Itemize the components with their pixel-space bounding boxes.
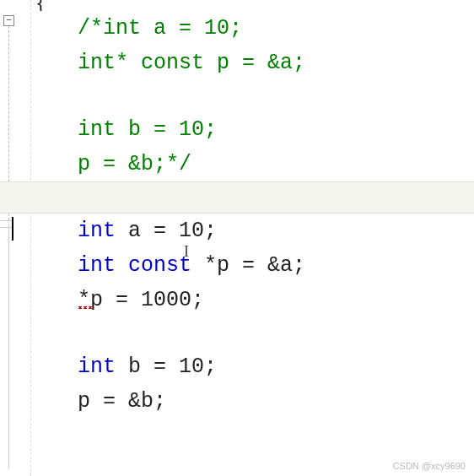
watermark: CSDN @xcy9690 <box>393 461 466 471</box>
error-squiggle: * <box>78 288 90 312</box>
code-text: b = 10; <box>116 354 217 379</box>
active-code-line[interactable] <box>0 181 474 214</box>
code-line[interactable] <box>0 80 474 112</box>
code-area[interactable]: { /*int a = 10; int* const p = &a; int b… <box>0 0 474 419</box>
code-line[interactable]: int b = 10; <box>0 112 474 147</box>
text-caret <box>12 217 13 241</box>
code-line[interactable]: int* const p = &a; <box>0 46 474 80</box>
code-line[interactable]: int const *p = &a; <box>0 248 474 283</box>
keyword: int <box>78 354 116 379</box>
code-line[interactable]: /*int a = 10; <box>0 11 474 46</box>
brace-char: { <box>35 0 46 11</box>
code-line[interactable]: p = &b;*/ <box>0 147 474 181</box>
keyword: const <box>116 253 191 278</box>
code-line[interactable]: int a = 10; <box>0 214 474 248</box>
comment-text: int b = 10; <box>78 117 217 142</box>
code-text: *p = &a; <box>191 253 305 278</box>
code-text: a = 10; <box>116 219 217 243</box>
keyword: int <box>78 219 116 243</box>
code-line[interactable]: p = &b; <box>0 384 474 419</box>
keyword: int <box>78 253 116 278</box>
code-line[interactable]: int b = 10; <box>0 349 474 384</box>
code-line[interactable] <box>0 317 474 349</box>
comment-text: p = &b;*/ <box>78 152 191 176</box>
code-text: p = &b; <box>78 389 166 414</box>
comment-text: /*int a = 10; <box>78 16 242 41</box>
code-line[interactable]: *p = 1000; <box>0 283 474 317</box>
comment-text: int* const p = &a; <box>78 51 305 75</box>
code-line-brace[interactable]: { <box>0 0 474 11</box>
code-editor[interactable]: − { /*int a = 10; int* const p = &a; int… <box>0 0 474 476</box>
code-text: = 1000; <box>103 288 204 312</box>
